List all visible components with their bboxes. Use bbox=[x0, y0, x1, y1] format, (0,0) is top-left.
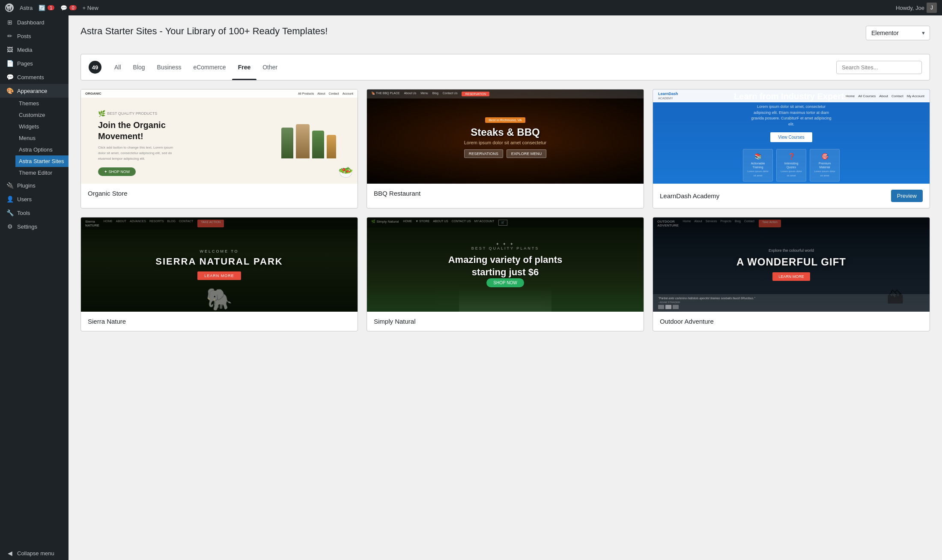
sidebar-item-tools[interactable]: 🔧 Tools bbox=[0, 206, 69, 220]
search-input[interactable] bbox=[836, 61, 922, 74]
template-grid: ORGANIC All Products About Contact Accou… bbox=[80, 89, 930, 331]
sidebar-item-settings[interactable]: ⚙ Settings bbox=[0, 220, 69, 233]
sidebar-item-dashboard[interactable]: ⊞ Dashboard bbox=[0, 15, 69, 29]
tools-icon: 🔧 bbox=[6, 209, 14, 216]
template-footer-simply-natural: Simply Natural bbox=[367, 312, 644, 331]
template-nav-organic: ORGANIC All Products About Contact Accou… bbox=[81, 89, 358, 98]
users-icon: 👤 bbox=[6, 196, 14, 203]
template-card-learndash-academy[interactable]: LearnDashACADEMY Home All Courses About … bbox=[653, 89, 930, 209]
template-preview-sierra-nature: SierraNATURE HOME ABOUT ADVANCES RESORTS… bbox=[81, 217, 358, 312]
filter-tab-all[interactable]: All bbox=[108, 60, 127, 74]
header-area: Astra Starter Sites - Your Library of 10… bbox=[80, 26, 930, 45]
filter-tab-free[interactable]: Free bbox=[232, 60, 257, 74]
template-preview-learndash-academy: LearnDashACADEMY Home All Courses About … bbox=[653, 89, 930, 184]
template-name-sierra-nature: Sierra Nature bbox=[88, 318, 126, 325]
template-card-organic-store[interactable]: ORGANIC All Products About Contact Accou… bbox=[80, 89, 358, 209]
sidebar-item-plugins[interactable]: 🔌 Plugins bbox=[0, 179, 69, 192]
filter-tab-other[interactable]: Other bbox=[256, 60, 283, 74]
admin-bar: Astra 🔄 1 💬 0 + New Howdy, Joe J bbox=[0, 0, 942, 15]
filter-count-badge: 49 bbox=[89, 61, 101, 74]
template-preview-simply-natural: 🌿 Simply Natural HOME ▼ STORE ABOUT US C… bbox=[367, 217, 644, 312]
sidebar-item-appearance[interactable]: 🎨 Appearance bbox=[0, 84, 69, 98]
sidebar-item-pages[interactable]: 📄 Pages bbox=[0, 57, 69, 70]
sidebar: ⊞ Dashboard ✏ Posts 🖼 Media 📄 Pages 💬 Co… bbox=[0, 15, 69, 560]
sidebar-item-collapse[interactable]: ◀ Collapse menu bbox=[0, 546, 69, 560]
template-footer-bbq-restaurant: BBQ Restaurant bbox=[367, 184, 644, 203]
search-area bbox=[836, 61, 922, 74]
dashboard-icon: ⊞ bbox=[6, 19, 14, 26]
template-footer-sierra-nature: Sierra Nature bbox=[81, 312, 358, 331]
template-name-organic-store: Organic Store bbox=[88, 190, 128, 197]
settings-icon: ⚙ bbox=[6, 223, 14, 230]
template-preview-outdoor-adventure: OUTDOORADVENTURE Home About Services Pro… bbox=[653, 217, 930, 312]
sidebar-item-comments[interactable]: 💬 Comments bbox=[0, 70, 69, 84]
page-title: Astra Starter Sites - Your Library of 10… bbox=[80, 26, 328, 37]
media-icon: 🖼 bbox=[6, 46, 14, 53]
template-footer-outdoor-adventure: Outdoor Adventure bbox=[653, 312, 930, 331]
sidebar-item-astra-options[interactable]: Astra Options bbox=[15, 144, 69, 155]
page-builder-selector-wrapper: Elementor Beaver Builder Brizy Gutenberg bbox=[866, 26, 930, 40]
sidebar-item-menus[interactable]: Menus bbox=[15, 132, 69, 144]
template-name-outdoor-adventure: Outdoor Adventure bbox=[660, 318, 714, 325]
filter-tab-blog[interactable]: Blog bbox=[127, 60, 151, 74]
template-card-simply-natural[interactable]: 🌿 Simply Natural HOME ▼ STORE ABOUT US C… bbox=[367, 217, 644, 331]
filter-bar: 49 All Blog Business eCommerce Free Othe… bbox=[80, 54, 930, 80]
new-content-button[interactable]: + New bbox=[83, 5, 98, 11]
template-name-learndash-academy: LearnDash Academy bbox=[660, 192, 719, 200]
template-footer-learndash-academy: LearnDash Academy Preview bbox=[653, 184, 930, 208]
howdy-user[interactable]: Howdy, Joe J bbox=[896, 3, 937, 13]
filter-tab-business[interactable]: Business bbox=[151, 60, 188, 74]
template-preview-organic-store: ORGANIC All Products About Contact Accou… bbox=[81, 89, 358, 184]
pages-icon: 📄 bbox=[6, 60, 14, 67]
sidebar-item-widgets[interactable]: Widgets bbox=[15, 121, 69, 132]
collapse-icon: ◀ bbox=[6, 550, 14, 557]
update-icon: 🔄 bbox=[39, 5, 45, 11]
comments-icon: 💬 bbox=[60, 5, 67, 11]
sidebar-item-posts[interactable]: ✏ Posts bbox=[0, 29, 69, 43]
posts-icon: ✏ bbox=[6, 33, 14, 39]
template-card-bbq-restaurant[interactable]: 🍖 THE BBQ PLACE About Us Menu Blog Conta… bbox=[367, 89, 644, 209]
template-name-bbq-restaurant: BBQ Restaurant bbox=[374, 190, 420, 197]
main-content: Astra Starter Sites - Your Library of 10… bbox=[69, 15, 942, 560]
filter-tabs: All Blog Business eCommerce Free Other bbox=[108, 60, 836, 74]
appearance-icon: 🎨 bbox=[6, 87, 14, 94]
comments-button[interactable]: 💬 0 bbox=[60, 5, 76, 11]
template-footer-organic-store: Organic Store bbox=[81, 184, 358, 203]
template-card-outdoor-adventure[interactable]: OUTDOORADVENTURE Home About Services Pro… bbox=[653, 217, 930, 331]
template-card-sierra-nature[interactable]: SierraNATURE HOME ABOUT ADVANCES RESORTS… bbox=[80, 217, 358, 331]
plugins-icon: 🔌 bbox=[6, 182, 14, 189]
filter-tab-ecommerce[interactable]: eCommerce bbox=[187, 60, 232, 74]
updates-button[interactable]: 🔄 1 bbox=[39, 5, 54, 11]
wp-logo-button[interactable] bbox=[5, 3, 14, 12]
sidebar-item-theme-editor[interactable]: Theme Editor bbox=[15, 167, 69, 179]
sidebar-item-themes[interactable]: Themes bbox=[15, 98, 69, 109]
user-avatar: J bbox=[927, 3, 937, 13]
preview-button-learndash-academy[interactable]: Preview bbox=[891, 190, 923, 202]
sidebar-item-astra-starter-sites[interactable]: Astra Starter Sites bbox=[15, 155, 69, 167]
sidebar-item-customize[interactable]: Customize bbox=[15, 109, 69, 121]
page-builder-select[interactable]: Elementor Beaver Builder Brizy Gutenberg bbox=[866, 26, 930, 40]
comments-nav-icon: 💬 bbox=[6, 74, 14, 80]
site-name[interactable]: Astra bbox=[20, 5, 33, 11]
sidebar-item-media[interactable]: 🖼 Media bbox=[0, 43, 69, 57]
sidebar-item-users[interactable]: 👤 Users bbox=[0, 192, 69, 206]
template-name-simply-natural: Simply Natural bbox=[374, 318, 416, 325]
template-nav-bbq: 🍖 THE BBQ PLACE About Us Menu Blog Conta… bbox=[367, 89, 644, 98]
template-preview-bbq-restaurant: 🍖 THE BBQ PLACE About Us Menu Blog Conta… bbox=[367, 89, 644, 184]
